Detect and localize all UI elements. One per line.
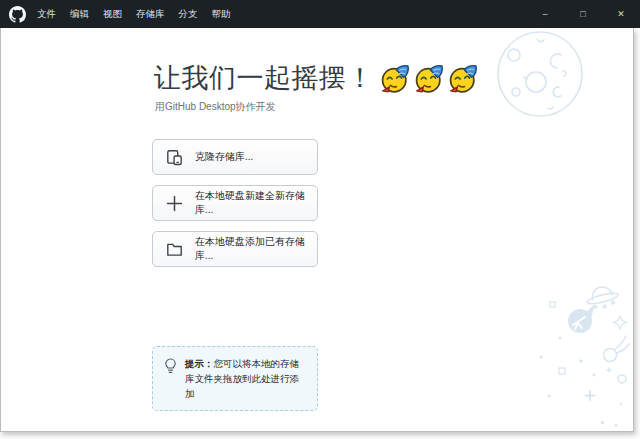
space-decorations (540, 278, 634, 430)
plus-icon (166, 195, 183, 212)
action-button-list: 克隆存储库... 在本地硬盘新建全新存储库... 在本地硬盘添加已有存储库... (152, 139, 318, 267)
welcome-blank-slate: 让我们一起摇摆！ (0, 28, 634, 432)
menu-file[interactable]: 文件 (30, 0, 63, 28)
partying-face-emoji (414, 63, 445, 94)
menu-bar: 文件 编辑 视图 存储库 分支 帮助 (30, 0, 238, 28)
clone-repository-icon (166, 149, 183, 166)
tip-text: 提示：您可以将本地的存储库文件夹拖放到此处进行添加 (185, 356, 307, 401)
tip-prefix: 提示： (185, 358, 214, 369)
folder-icon (166, 241, 183, 258)
create-new-repository-button[interactable]: 在本地硬盘新建全新存储库... (152, 185, 318, 221)
menu-edit[interactable]: 编辑 (63, 0, 96, 28)
telescope-bubble-icon (568, 304, 595, 333)
page-title: 让我们一起摇摆！ (154, 60, 374, 96)
clone-repository-button[interactable]: 克隆存储库... (152, 139, 318, 175)
menu-view[interactable]: 视图 (96, 0, 129, 28)
hero-subtitle: 用GitHub Desktop协作开发 (155, 100, 276, 114)
menu-repository[interactable]: 存储库 (129, 0, 172, 28)
minimize-button[interactable]: – (526, 0, 564, 28)
ufo-icon (584, 283, 620, 312)
drag-drop-tip: 提示：您可以将本地的存储库文件夹拖放到此处进行添加 (152, 346, 318, 411)
add-local-repository-label: 在本地硬盘添加已有存储库... (195, 235, 317, 263)
moon-illustration (493, 31, 588, 126)
menu-branch[interactable]: 分支 (172, 0, 205, 28)
maximize-button[interactable]: □ (564, 0, 602, 28)
add-local-repository-button[interactable]: 在本地硬盘添加已有存储库... (152, 231, 318, 267)
comet-icon (604, 336, 630, 362)
github-logo-icon (8, 5, 26, 23)
create-new-repository-label: 在本地硬盘新建全新存储库... (195, 189, 317, 217)
menu-help[interactable]: 帮助 (205, 0, 238, 28)
github-desktop-window: 文件 编辑 视图 存储库 分支 帮助 – □ ✕ (0, 0, 640, 439)
partying-face-emoji (448, 63, 479, 94)
partying-face-emoji-row (380, 63, 479, 94)
window-controls: – □ ✕ (526, 0, 640, 28)
close-button[interactable]: ✕ (602, 0, 640, 28)
partying-face-emoji (380, 63, 411, 94)
clone-repository-label: 克隆存储库... (195, 150, 253, 164)
lightbulb-icon (164, 358, 177, 374)
title-bar: 文件 编辑 视图 存储库 分支 帮助 – □ ✕ (0, 0, 640, 28)
